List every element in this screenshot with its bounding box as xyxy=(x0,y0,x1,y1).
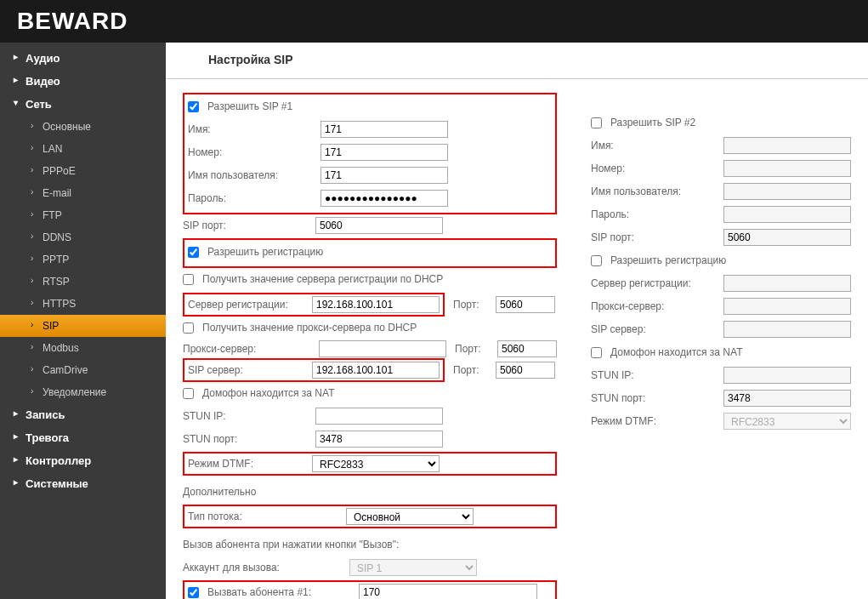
sip1-proxydhcp-checkbox[interactable] xyxy=(183,322,194,334)
sip1-user-input[interactable] xyxy=(321,167,448,184)
sip2-sipsrv-label: SIP сервер: xyxy=(591,323,718,335)
chevron-right-icon: › xyxy=(31,209,33,219)
nav-record[interactable]: ▸Запись xyxy=(0,403,166,426)
chevron-right-icon: › xyxy=(31,187,33,197)
chevron-right-icon: › xyxy=(31,386,33,396)
sip2-name-input[interactable] xyxy=(723,137,851,154)
logo: BEWARD xyxy=(17,8,128,35)
call1-checkbox[interactable] xyxy=(188,587,199,598)
chevron-right-icon: › xyxy=(31,364,33,374)
sip2-nat-label: Домофон находится за NAT xyxy=(610,346,742,358)
nav-pppoe[interactable]: ›PPPoE xyxy=(0,160,166,182)
sip2-sipport-input[interactable] xyxy=(723,229,851,246)
sip2-dtmf-label: Режим DTMF: xyxy=(591,415,718,427)
nav-audio[interactable]: ▸Аудио xyxy=(0,47,166,70)
sip1-sipsrv-label: SIP сервер: xyxy=(188,364,307,376)
nav-notify[interactable]: ›Уведомление xyxy=(0,381,166,403)
sip1-regsrv-input[interactable] xyxy=(312,296,440,313)
nav-ddns[interactable]: ›DDNS xyxy=(0,226,166,248)
sip1-enable-checkbox[interactable] xyxy=(188,101,199,112)
nav-lan[interactable]: ›LAN xyxy=(0,138,166,160)
sip2-stunip-label: STUN IP: xyxy=(591,369,718,381)
extra-title: Дополнительно xyxy=(183,486,557,498)
sip1-regdhcp-checkbox[interactable] xyxy=(183,274,194,285)
sip2-proxy-input[interactable] xyxy=(723,298,851,315)
content: Настройка SIP Разрешить SIP #1 Имя: Номе… xyxy=(166,43,868,599)
chevron-right-icon: › xyxy=(31,143,33,152)
sip2-regsrv-label: Сервер регистрации: xyxy=(591,277,718,289)
sip2-number-label: Номер: xyxy=(591,163,718,174)
nav-video[interactable]: ▸Видео xyxy=(0,70,166,93)
sip2-enable-label: Разрешить SIP #2 xyxy=(610,117,695,128)
sip1-number-input[interactable] xyxy=(321,144,448,161)
chevron-right-icon: › xyxy=(31,231,33,241)
chevron-right-icon: › xyxy=(31,342,33,351)
chevron-right-icon: ▸ xyxy=(14,408,18,418)
sip1-proxy-input[interactable] xyxy=(319,340,446,357)
sip2-sipport-label: SIP порт: xyxy=(591,231,718,243)
chevron-right-icon: ▸ xyxy=(14,75,18,84)
sip1-enablereg-checkbox[interactable] xyxy=(188,247,199,258)
nav-https[interactable]: ›HTTPS xyxy=(0,293,166,315)
sip2-regsrv-input[interactable] xyxy=(723,275,851,292)
sip1-column: Разрешить SIP #1 Имя: Номер: Имя пользов… xyxy=(183,92,557,599)
chevron-right-icon: › xyxy=(31,121,33,130)
sip1-nat-checkbox[interactable] xyxy=(183,388,194,399)
sip2-stunip-input[interactable] xyxy=(723,367,851,384)
sip1-dtmf-label: Режим DTMF: xyxy=(188,458,307,470)
sip1-proxyport-input[interactable] xyxy=(497,340,557,357)
sip1-enablereg-label: Разрешить регистрацию xyxy=(207,246,323,258)
sip1-regport-input[interactable] xyxy=(496,296,555,313)
nav-camdrive[interactable]: ›CamDrive xyxy=(0,359,166,381)
call1-input[interactable] xyxy=(359,584,537,599)
sip2-sipsrv-input[interactable] xyxy=(723,321,851,338)
tab-bar: Настройка SIP xyxy=(166,43,868,79)
sip1-name-label: Имя: xyxy=(188,123,315,135)
sip1-sipsrv-input[interactable] xyxy=(312,362,440,379)
sip2-proxy-label: Прокси-сервер: xyxy=(591,300,718,312)
sip1-stunip-input[interactable] xyxy=(315,408,443,425)
chevron-right-icon: ▸ xyxy=(14,454,18,464)
sip2-stunport-input[interactable] xyxy=(723,390,851,407)
nav-basic[interactable]: ›Основные xyxy=(0,116,166,138)
sip1-dtmf-select[interactable]: RFC2833 xyxy=(312,455,440,472)
sip2-user-input[interactable] xyxy=(723,183,851,200)
sip1-enable-label: Разрешить SIP #1 xyxy=(207,100,292,112)
tab-sip-settings[interactable]: Настройка SIP xyxy=(183,43,319,78)
sip1-stunip-label: STUN IP: xyxy=(183,410,310,422)
chevron-right-icon: › xyxy=(31,254,33,263)
sip1-proxy-label: Прокси-сервер: xyxy=(183,343,310,355)
sip2-nat-checkbox[interactable] xyxy=(591,347,602,358)
sip1-stunport-input[interactable] xyxy=(315,431,443,448)
nav-email[interactable]: ›E-mail xyxy=(0,182,166,204)
stream-label: Тип потока: xyxy=(188,511,341,522)
sip2-number-input[interactable] xyxy=(723,160,851,177)
chevron-right-icon: ▸ xyxy=(14,431,18,441)
sip2-stunport-label: STUN порт: xyxy=(591,392,718,404)
sip1-pass-input[interactable] xyxy=(321,190,448,207)
sip1-proxydhcp-label: Получить значение прокси-сервера по DHCP xyxy=(202,322,417,334)
nav-controller[interactable]: ▸Контроллер xyxy=(0,449,166,472)
chevron-right-icon: › xyxy=(31,298,33,307)
sip1-name-input[interactable] xyxy=(321,121,448,138)
nav-rtsp[interactable]: ›RTSP xyxy=(0,271,166,293)
stream-select[interactable]: Основной xyxy=(346,508,474,525)
sip1-regport-label: Порт: xyxy=(453,299,487,311)
account-select[interactable]: SIP 1 xyxy=(349,559,477,576)
sip1-sipport-input[interactable] xyxy=(315,217,443,234)
nav-ftp[interactable]: ›FTP xyxy=(0,204,166,226)
sip1-regdhcp-label: Получить значение сервера регистрации по… xyxy=(202,273,443,285)
nav-pptp[interactable]: ›PPTP xyxy=(0,248,166,271)
sip2-pass-input[interactable] xyxy=(723,206,851,223)
sip2-enable-checkbox[interactable] xyxy=(591,117,602,128)
nav-network[interactable]: ▾Сеть xyxy=(0,93,166,116)
header: BEWARD xyxy=(0,0,868,43)
sip2-enablereg-checkbox[interactable] xyxy=(591,255,602,266)
sip2-dtmf-select[interactable]: RFC2833 xyxy=(723,413,851,430)
nav-alarm[interactable]: ▸Тревога xyxy=(0,426,166,449)
nav-system[interactable]: ▸Системные xyxy=(0,472,166,495)
nav-modbus[interactable]: ›Modbus xyxy=(0,337,166,359)
chevron-down-icon: ▾ xyxy=(14,98,18,107)
nav-sip[interactable]: ›SIP xyxy=(0,315,166,337)
sip1-sipsrvport-input[interactable] xyxy=(496,362,555,379)
